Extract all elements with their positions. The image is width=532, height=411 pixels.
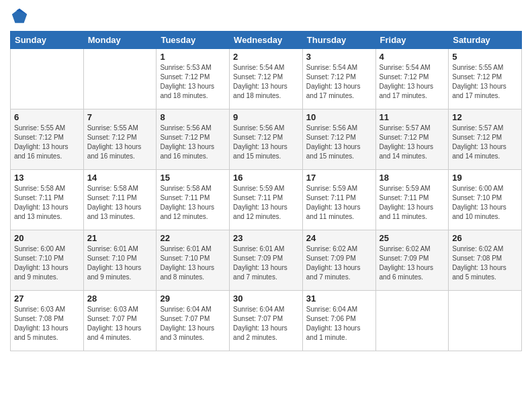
day-number: 29 xyxy=(160,293,226,304)
day-info: Sunrise: 5:57 AM Sunset: 7:12 PM Dayligh… xyxy=(380,124,445,161)
calendar-header-thursday: Thursday xyxy=(302,32,375,49)
day-info: Sunrise: 6:04 AM Sunset: 7:07 PM Dayligh… xyxy=(160,305,226,342)
calendar-cell: 2Sunrise: 5:54 AM Sunset: 7:12 PM Daylig… xyxy=(230,49,303,109)
calendar-cell: 22Sunrise: 6:01 AM Sunset: 7:10 PM Dayli… xyxy=(157,230,230,291)
day-info: Sunrise: 5:59 AM Sunset: 7:11 PM Dayligh… xyxy=(380,184,445,222)
day-info: Sunrise: 5:59 AM Sunset: 7:11 PM Dayligh… xyxy=(233,184,299,222)
calendar-cell: 12Sunrise: 5:57 AM Sunset: 7:12 PM Dayli… xyxy=(449,109,522,170)
day-info: Sunrise: 5:58 AM Sunset: 7:11 PM Dayligh… xyxy=(14,184,80,222)
day-number: 21 xyxy=(87,233,153,243)
calendar-cell: 7Sunrise: 5:55 AM Sunset: 7:12 PM Daylig… xyxy=(83,109,157,170)
calendar-header-tuesday: Tuesday xyxy=(157,32,230,49)
day-info: Sunrise: 5:58 AM Sunset: 7:11 PM Dayligh… xyxy=(87,184,153,222)
calendar-header-wednesday: Wednesday xyxy=(230,32,303,49)
calendar-cell xyxy=(449,291,522,351)
calendar-header-monday: Monday xyxy=(83,32,157,49)
calendar-cell: 27Sunrise: 6:03 AM Sunset: 7:08 PM Dayli… xyxy=(11,291,84,351)
day-number: 15 xyxy=(160,173,226,183)
day-number: 24 xyxy=(306,233,372,243)
calendar-cell: 24Sunrise: 6:02 AM Sunset: 7:09 PM Dayli… xyxy=(302,230,375,291)
day-number: 20 xyxy=(14,233,80,243)
day-number: 12 xyxy=(452,112,518,122)
day-number: 11 xyxy=(380,112,445,122)
day-number: 8 xyxy=(160,112,226,122)
calendar-header-sunday: Sunday xyxy=(11,32,84,49)
day-info: Sunrise: 6:01 AM Sunset: 7:10 PM Dayligh… xyxy=(87,244,153,282)
calendar-cell: 10Sunrise: 5:56 AM Sunset: 7:12 PM Dayli… xyxy=(302,109,375,170)
calendar-cell: 19Sunrise: 6:00 AM Sunset: 7:10 PM Dayli… xyxy=(449,170,522,230)
calendar-week-4: 20Sunrise: 6:00 AM Sunset: 7:10 PM Dayli… xyxy=(11,230,522,291)
day-info: Sunrise: 6:04 AM Sunset: 7:06 PM Dayligh… xyxy=(306,305,372,342)
logo xyxy=(10,7,32,26)
day-info: Sunrise: 5:54 AM Sunset: 7:12 PM Dayligh… xyxy=(380,63,445,101)
day-number: 26 xyxy=(452,233,518,243)
day-number: 18 xyxy=(380,173,445,183)
calendar-cell: 14Sunrise: 5:58 AM Sunset: 7:11 PM Dayli… xyxy=(83,170,157,230)
calendar-week-3: 13Sunrise: 5:58 AM Sunset: 7:11 PM Dayli… xyxy=(11,170,522,230)
day-info: Sunrise: 6:04 AM Sunset: 7:07 PM Dayligh… xyxy=(233,305,299,342)
calendar-header-friday: Friday xyxy=(375,32,449,49)
day-number: 4 xyxy=(380,52,445,62)
calendar-cell: 21Sunrise: 6:01 AM Sunset: 7:10 PM Dayli… xyxy=(83,230,157,291)
day-info: Sunrise: 5:57 AM Sunset: 7:12 PM Dayligh… xyxy=(452,124,518,161)
day-number: 27 xyxy=(14,293,80,304)
calendar-cell: 5Sunrise: 5:55 AM Sunset: 7:12 PM Daylig… xyxy=(449,49,522,109)
calendar-cell: 4Sunrise: 5:54 AM Sunset: 7:12 PM Daylig… xyxy=(375,49,449,109)
calendar-cell xyxy=(83,49,157,109)
calendar-week-2: 6Sunrise: 5:55 AM Sunset: 7:12 PM Daylig… xyxy=(11,109,522,170)
day-info: Sunrise: 6:02 AM Sunset: 7:09 PM Dayligh… xyxy=(380,244,445,282)
day-number: 2 xyxy=(233,52,299,62)
day-number: 1 xyxy=(160,52,226,62)
calendar-cell: 20Sunrise: 6:00 AM Sunset: 7:10 PM Dayli… xyxy=(11,230,84,291)
day-info: Sunrise: 5:56 AM Sunset: 7:12 PM Dayligh… xyxy=(233,124,299,161)
day-number: 10 xyxy=(306,112,372,122)
day-number: 22 xyxy=(160,233,226,243)
calendar-cell: 13Sunrise: 5:58 AM Sunset: 7:11 PM Dayli… xyxy=(11,170,84,230)
calendar-body: 1Sunrise: 5:53 AM Sunset: 7:12 PM Daylig… xyxy=(11,49,522,351)
day-info: Sunrise: 5:59 AM Sunset: 7:11 PM Dayligh… xyxy=(306,184,372,222)
day-number: 31 xyxy=(306,293,372,304)
day-number: 13 xyxy=(14,173,80,183)
day-number: 5 xyxy=(452,52,518,62)
calendar-cell: 6Sunrise: 5:55 AM Sunset: 7:12 PM Daylig… xyxy=(11,109,84,170)
calendar-cell: 9Sunrise: 5:56 AM Sunset: 7:12 PM Daylig… xyxy=(230,109,303,170)
day-info: Sunrise: 5:55 AM Sunset: 7:12 PM Dayligh… xyxy=(14,124,80,161)
calendar-cell: 28Sunrise: 6:03 AM Sunset: 7:07 PM Dayli… xyxy=(83,291,157,351)
calendar-week-5: 27Sunrise: 6:03 AM Sunset: 7:08 PM Dayli… xyxy=(11,291,522,351)
calendar-cell: 17Sunrise: 5:59 AM Sunset: 7:11 PM Dayli… xyxy=(302,170,375,230)
day-number: 3 xyxy=(306,52,372,62)
day-info: Sunrise: 5:54 AM Sunset: 7:12 PM Dayligh… xyxy=(233,63,299,101)
day-number: 19 xyxy=(452,173,518,183)
day-info: Sunrise: 5:55 AM Sunset: 7:12 PM Dayligh… xyxy=(87,124,153,161)
calendar-cell: 23Sunrise: 6:01 AM Sunset: 7:09 PM Dayli… xyxy=(230,230,303,291)
day-info: Sunrise: 5:55 AM Sunset: 7:12 PM Dayligh… xyxy=(452,63,518,101)
day-info: Sunrise: 6:02 AM Sunset: 7:09 PM Dayligh… xyxy=(306,244,372,282)
day-info: Sunrise: 6:00 AM Sunset: 7:10 PM Dayligh… xyxy=(14,244,80,282)
calendar-cell: 30Sunrise: 6:04 AM Sunset: 7:07 PM Dayli… xyxy=(230,291,303,351)
day-number: 14 xyxy=(87,173,153,183)
day-number: 23 xyxy=(233,233,299,243)
day-info: Sunrise: 5:56 AM Sunset: 7:12 PM Dayligh… xyxy=(160,124,226,161)
calendar-cell: 15Sunrise: 5:58 AM Sunset: 7:11 PM Dayli… xyxy=(157,170,230,230)
day-number: 16 xyxy=(233,173,299,183)
day-number: 30 xyxy=(233,293,299,304)
calendar-cell: 26Sunrise: 6:02 AM Sunset: 7:08 PM Dayli… xyxy=(449,230,522,291)
day-info: Sunrise: 5:53 AM Sunset: 7:12 PM Dayligh… xyxy=(160,63,226,101)
day-info: Sunrise: 6:01 AM Sunset: 7:09 PM Dayligh… xyxy=(233,244,299,282)
day-info: Sunrise: 5:56 AM Sunset: 7:12 PM Dayligh… xyxy=(306,124,372,161)
calendar-cell: 31Sunrise: 6:04 AM Sunset: 7:06 PM Dayli… xyxy=(302,291,375,351)
calendar-cell xyxy=(375,291,449,351)
calendar-cell: 29Sunrise: 6:04 AM Sunset: 7:07 PM Dayli… xyxy=(157,291,230,351)
calendar-week-1: 1Sunrise: 5:53 AM Sunset: 7:12 PM Daylig… xyxy=(11,49,522,109)
day-info: Sunrise: 6:00 AM Sunset: 7:10 PM Dayligh… xyxy=(452,184,518,222)
day-number: 6 xyxy=(14,112,80,122)
calendar-cell xyxy=(11,49,84,109)
day-number: 28 xyxy=(87,293,153,304)
day-number: 17 xyxy=(306,173,372,183)
day-number: 25 xyxy=(380,233,445,243)
day-info: Sunrise: 5:54 AM Sunset: 7:12 PM Dayligh… xyxy=(306,63,372,101)
calendar-header-row: SundayMondayTuesdayWednesdayThursdayFrid… xyxy=(11,32,522,49)
calendar-cell: 3Sunrise: 5:54 AM Sunset: 7:12 PM Daylig… xyxy=(302,49,375,109)
day-info: Sunrise: 6:02 AM Sunset: 7:08 PM Dayligh… xyxy=(452,244,518,282)
day-info: Sunrise: 5:58 AM Sunset: 7:11 PM Dayligh… xyxy=(160,184,226,222)
